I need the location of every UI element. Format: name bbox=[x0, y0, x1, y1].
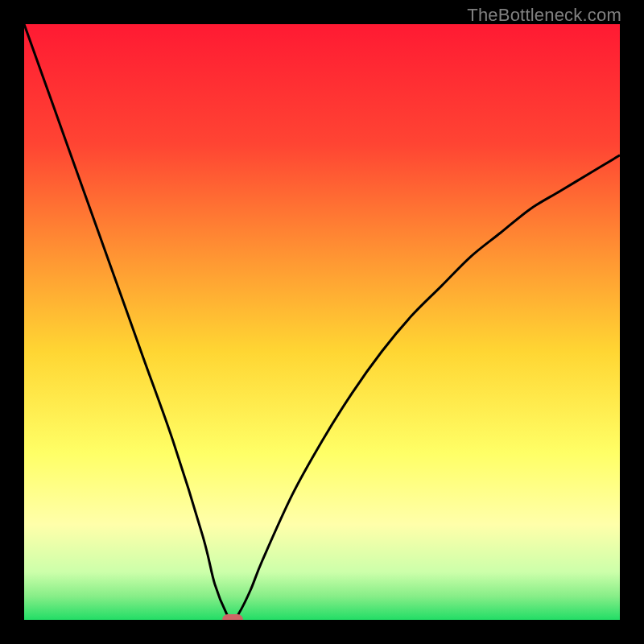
bottleneck-curve bbox=[24, 24, 620, 620]
curve-layer bbox=[24, 24, 620, 620]
watermark-text: TheBottleneck.com bbox=[467, 5, 621, 26]
plot-area bbox=[24, 24, 620, 620]
chart-frame: TheBottleneck.com bbox=[0, 0, 644, 644]
minimum-marker bbox=[222, 614, 243, 620]
